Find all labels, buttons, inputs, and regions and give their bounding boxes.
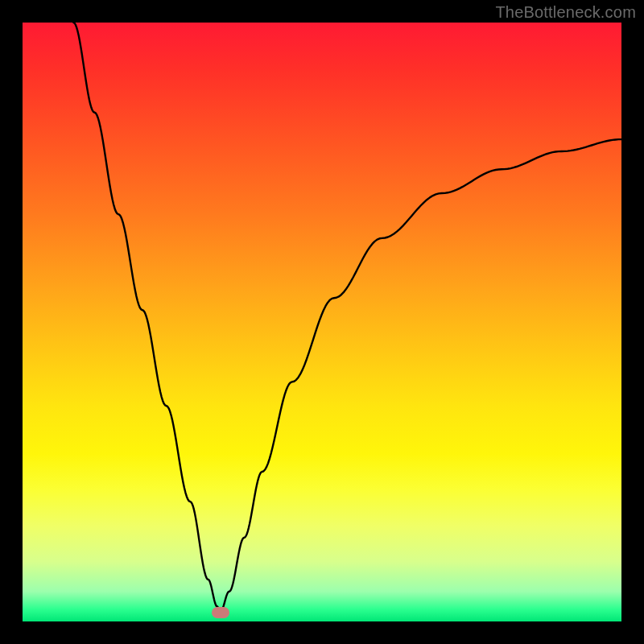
chart-stage: TheBottleneck.com [0, 0, 644, 644]
plot-area [23, 23, 621, 621]
bottleneck-curve [23, 23, 621, 621]
cusp-marker [212, 607, 229, 618]
watermark-text: TheBottleneck.com [495, 3, 636, 22]
